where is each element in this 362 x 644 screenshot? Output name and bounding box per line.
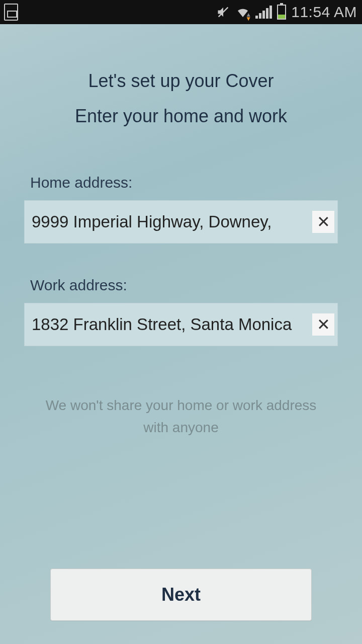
heading: Let's set up your Cover Enter your home … bbox=[24, 24, 338, 127]
work-address-clear-button[interactable]: ✕ bbox=[312, 313, 334, 336]
sim-icon bbox=[4, 4, 18, 21]
work-address-label: Work address: bbox=[24, 277, 338, 294]
privacy-note: We won't share your home or work address… bbox=[24, 394, 338, 439]
home-address-clear-button[interactable]: ✕ bbox=[312, 211, 334, 233]
work-address-input[interactable] bbox=[32, 315, 312, 334]
status-bar: ▲▼ 11:54 AM bbox=[0, 0, 362, 24]
setup-screen: Let's set up your Cover Enter your home … bbox=[0, 24, 362, 644]
work-address-group: Work address: ✕ bbox=[24, 277, 338, 346]
home-address-input[interactable] bbox=[32, 212, 312, 231]
status-time: 11:54 AM bbox=[291, 4, 357, 21]
battery-icon bbox=[277, 5, 286, 20]
home-address-label: Home address: bbox=[24, 174, 338, 191]
next-button[interactable]: Next bbox=[50, 569, 312, 621]
home-address-input-wrap[interactable]: ✕ bbox=[24, 200, 338, 244]
signal-icon bbox=[255, 6, 272, 19]
heading-subtitle: Enter your home and work bbox=[24, 106, 338, 127]
close-icon: ✕ bbox=[317, 212, 330, 231]
mute-icon bbox=[216, 5, 230, 19]
work-address-input-wrap[interactable]: ✕ bbox=[24, 303, 338, 346]
wifi-icon: ▲▼ bbox=[235, 6, 250, 19]
heading-title: Let's set up your Cover bbox=[24, 70, 338, 92]
close-icon: ✕ bbox=[317, 315, 330, 334]
next-button-label: Next bbox=[161, 584, 201, 605]
home-address-group: Home address: ✕ bbox=[24, 174, 338, 244]
